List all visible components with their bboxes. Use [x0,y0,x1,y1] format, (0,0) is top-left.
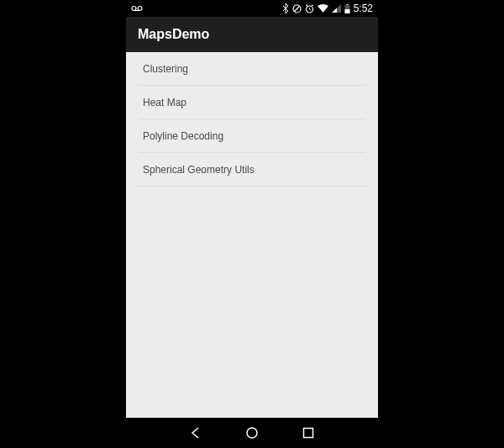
battery-icon [344,4,350,13]
nav-bar [126,418,378,448]
wifi-icon [318,4,328,13]
list-container: Clustering Heat Map Polyline Decoding Sp… [126,52,378,418]
status-right: 5:52 [282,3,373,14]
status-bar: 5:52 [126,0,378,17]
svg-point-11 [247,428,257,438]
list-item-heat-map[interactable]: Heat Map [138,86,366,119]
voicemail-icon [131,5,143,12]
back-icon [189,426,202,440]
svg-line-7 [312,4,313,5]
list-item-polyline-decoding[interactable]: Polyline Decoding [138,119,366,153]
app-title: MapsDemo [138,27,209,42]
svg-rect-12 [303,429,312,438]
signal-icon [332,4,341,13]
list-item-clustering[interactable]: Clustering [138,52,366,86]
app-bar: MapsDemo [126,17,378,52]
home-icon [245,426,259,440]
svg-point-1 [138,7,142,11]
list-item-spherical-geometry-utils[interactable]: Spherical Geometry Utils [138,153,366,187]
recents-icon [302,427,314,439]
home-button[interactable] [235,418,269,448]
svg-line-4 [294,6,299,11]
recents-button[interactable] [291,418,325,448]
status-left [131,5,143,12]
svg-point-0 [132,7,136,11]
svg-rect-10 [344,9,349,13]
svg-rect-8 [346,4,348,5]
list-item-label: Spherical Geometry Utils [143,164,255,176]
alarm-icon [305,4,314,13]
svg-line-6 [306,4,307,5]
bluetooth-icon [282,3,289,13]
list-item-label: Polyline Decoding [143,130,223,142]
phone-screen: 5:52 MapsDemo Clustering Heat Map Polyli… [126,0,378,448]
status-time: 5:52 [354,3,373,14]
list-item-label: Clustering [143,63,188,75]
back-button[interactable] [179,418,213,448]
list-item-label: Heat Map [143,97,186,108]
do-not-disturb-icon [292,4,302,13]
